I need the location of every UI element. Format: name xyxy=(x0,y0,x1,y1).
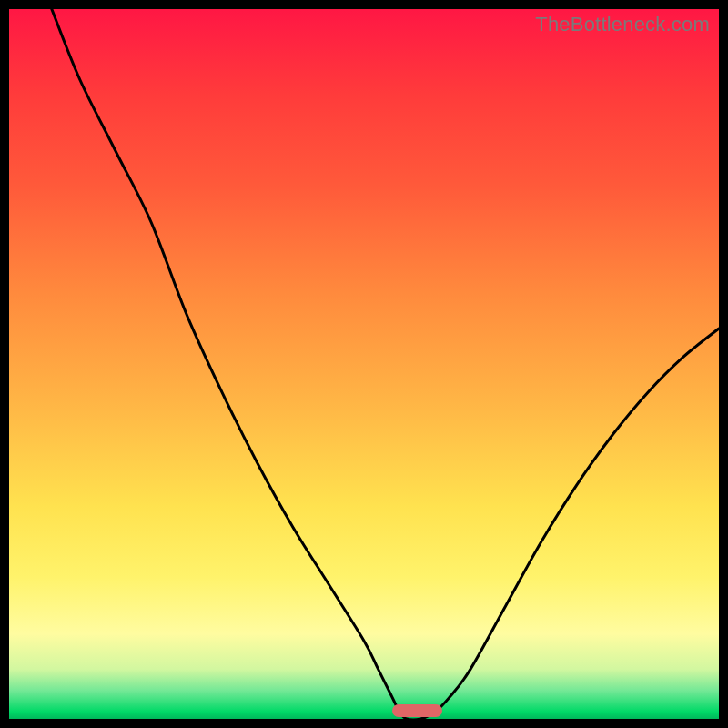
curve-svg xyxy=(9,9,719,719)
optimal-zone-marker xyxy=(392,704,442,717)
plot-area: TheBottleneck.com xyxy=(9,9,719,719)
chart-container: TheBottleneck.com xyxy=(0,0,728,728)
bottleneck-curve xyxy=(52,9,719,719)
